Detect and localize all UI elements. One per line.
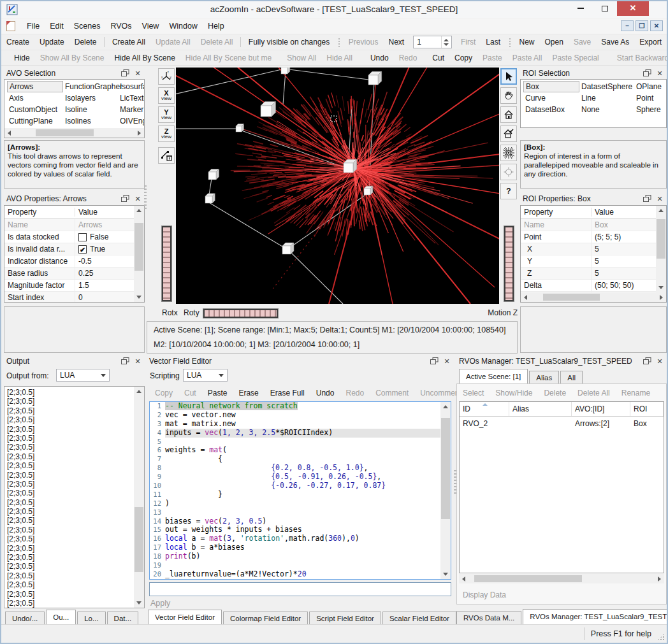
roi-item-sphere[interactable]: Sphere [634, 104, 666, 115]
tab-undo[interactable]: Undo/... [5, 612, 45, 625]
roi-item-oplane[interactable]: OPlane [634, 81, 666, 92]
roi-item-none[interactable]: None [579, 104, 634, 115]
tab-rvos-data-m[interactable]: RVOs Data M... [456, 611, 521, 624]
property-row[interactable]: NameArrows [4, 219, 134, 231]
roi-item-point[interactable]: Point [634, 92, 666, 104]
float-panel-icon[interactable] [643, 357, 651, 365]
seek-crosshair-icon[interactable] [500, 164, 517, 180]
rvos-table-header[interactable]: IDAliasAVO:[ID]ROI [460, 402, 664, 417]
open-button[interactable]: Open [540, 36, 569, 48]
avo-item-cuttingplane[interactable]: CuttingPlane [7, 115, 63, 127]
close-panel-icon[interactable]: ✕ [655, 69, 664, 77]
left-colorbar-slider[interactable] [162, 226, 171, 301]
apply-button[interactable]: Apply [150, 599, 170, 608]
code-line[interactable]: 16local a = mat(3, 'rotation',math.rad(3… [150, 534, 440, 543]
axes-orientation-icon[interactable]: zxy [158, 68, 175, 85]
scripting-combobox[interactable]: LUA [183, 369, 228, 382]
code-editor[interactable]: 1-- Neural network from scratch2vec = ve… [149, 401, 451, 580]
home-view-icon[interactable] [500, 106, 517, 123]
update-button[interactable]: Update [34, 36, 69, 48]
spinner-arrows[interactable] [441, 36, 451, 48]
tab-ou[interactable]: Ou... [46, 610, 76, 625]
mdi-restore-icon[interactable]: ❐ [635, 20, 648, 31]
tab-lo[interactable]: Lo... [77, 612, 105, 625]
measure-delete-icon[interactable] [158, 147, 175, 164]
code-line[interactable]: 8 {0.2, 0.8, -0.5, 1.0}, [150, 464, 440, 473]
float-panel-icon[interactable] [643, 195, 651, 203]
avo-item-lictextur[interactable]: LicTextur [118, 92, 144, 104]
editor-vscrollbar[interactable] [440, 402, 451, 579]
property-row[interactable]: Z5 [521, 268, 656, 280]
close-panel-icon[interactable]: ✕ [133, 69, 142, 77]
output-source-combobox[interactable]: LUA [56, 369, 110, 382]
code-line[interactable]: 17local b = a*biases [150, 543, 440, 552]
splitter-grip[interactable] [454, 469, 456, 494]
tab-vector-field-editor[interactable]: Vector Field Editor [148, 610, 222, 625]
minimize-button[interactable] [570, 1, 592, 16]
avo-item-oivengin[interactable]: OIVEngin [118, 115, 144, 127]
code-line[interactable]: 20_luareturnvalue=(a*M2!Vector)*20 [150, 570, 440, 579]
float-panel-icon[interactable] [430, 357, 439, 365]
mdi-minimize-icon[interactable]: – [621, 20, 634, 31]
avo-item-customobject[interactable]: CustomObject [7, 104, 63, 115]
roi-item-line[interactable]: Line [579, 92, 634, 104]
roty-label[interactable]: Roty [184, 308, 200, 317]
menu-help[interactable]: Help [203, 20, 229, 32]
code-line[interactable]: 15out = weights * inputs + biases [150, 526, 440, 534]
spinner-up-icon[interactable] [444, 39, 449, 41]
avo-item-isosurfac[interactable]: Isosurfac [118, 81, 144, 92]
code-line[interactable]: 13 [150, 508, 440, 517]
avo-item-marker[interactable]: Marker [118, 104, 144, 115]
view-all-icon[interactable] [500, 145, 517, 161]
property-row[interactable]: Point(5; 5; 5) [521, 231, 656, 243]
hide-button[interactable]: Hide [9, 52, 35, 64]
checkbox-unchecked-icon[interactable] [78, 233, 87, 241]
menu-file[interactable]: File [22, 20, 45, 32]
code-line[interactable]: 9 {0.5, -0.91, 0.26, -0.5}, [150, 473, 440, 482]
code-line[interactable]: 7 { [150, 455, 440, 464]
tab-scalar-field-editor[interactable]: Scalar Field Editor [382, 612, 456, 625]
create-all-button[interactable]: Create All [107, 36, 150, 48]
float-panel-icon[interactable] [121, 357, 129, 365]
roi-props-vscrollbar[interactable] [656, 206, 666, 292]
rotation-slider[interactable] [203, 309, 278, 318]
export-button[interactable]: Export [634, 36, 667, 48]
close-panel-icon[interactable]: ✕ [655, 195, 664, 203]
help-tool-icon[interactable]: ? [500, 183, 517, 199]
save-as-button[interactable]: Save As [596, 36, 634, 48]
display-data-button[interactable]: Display Data [463, 590, 506, 599]
code-line[interactable]: 18print(b) [150, 552, 440, 561]
menu-window[interactable]: Window [164, 20, 202, 32]
rvos-col-roi[interactable]: ROI [630, 402, 664, 416]
scene-number-spinner[interactable]: 1 [413, 36, 452, 48]
roi-item-curve[interactable]: Curve [523, 92, 579, 104]
close-panel-icon[interactable]: ✕ [133, 195, 142, 203]
avo-item-axis[interactable]: Axis [7, 92, 63, 104]
erase-button[interactable]: Erase [233, 387, 263, 399]
code-line[interactable]: 10 {-0.26, -0.27, 0.17, 0.87} [150, 482, 440, 490]
editor-command-input[interactable] [149, 582, 451, 596]
spinner-down-icon[interactable] [444, 43, 449, 46]
rvos-hscrollbar[interactable] [459, 574, 664, 583]
rvos-col-avo-id[interactable]: AVO:[ID] [572, 402, 630, 416]
tab-dat[interactable]: Dat... [107, 612, 138, 625]
avo-item-isolines[interactable]: Isolines [63, 115, 118, 127]
y-view-button[interactable]: Yview [158, 106, 175, 123]
property-row[interactable]: Is data stockedFalse [4, 231, 134, 243]
roi-item-box[interactable]: Box [523, 81, 579, 92]
avo-item-arrows[interactable]: Arrows [7, 81, 63, 92]
code-line[interactable]: 14biases = vec(2, 3, 0.5) [150, 517, 440, 526]
close-panel-icon[interactable]: ✕ [442, 357, 451, 365]
avo-item-isoline[interactable]: Isoline [63, 104, 118, 115]
3d-viewport[interactable] [176, 68, 499, 304]
float-panel-icon[interactable] [121, 69, 129, 77]
code-line[interactable]: 19 [150, 561, 440, 570]
table-row[interactable]: RVO_2Arrows:[2]Box [460, 417, 664, 430]
rotx-label[interactable]: Rotx [162, 308, 178, 317]
code-line[interactable]: 3mat = matrix.new [150, 420, 440, 429]
rvos-tab-alias[interactable]: Alias [529, 371, 559, 384]
maximize-button[interactable] [594, 1, 616, 16]
roi-item-datasetsphere[interactable]: DatasetSphere [579, 81, 634, 92]
code-line[interactable]: 2vec = vector.new [150, 411, 440, 420]
undo-button[interactable]: Undo [311, 387, 340, 399]
